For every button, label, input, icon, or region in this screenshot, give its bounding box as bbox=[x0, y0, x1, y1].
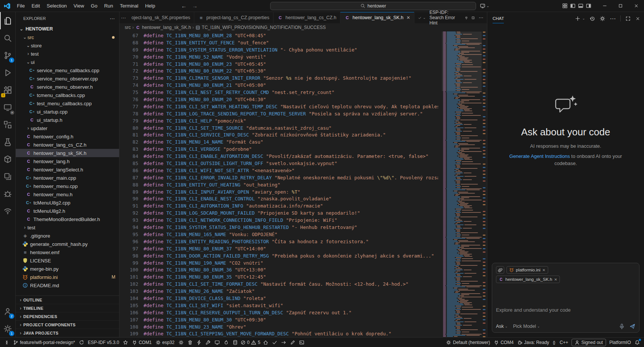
status-bolt[interactable] bbox=[195, 338, 204, 347]
folder-item-updater[interactable]: ›updater bbox=[16, 124, 119, 132]
status-default-hentower-[interactable]: Default (hentower) bbox=[444, 338, 492, 347]
folder-item-src[interactable]: ⌄src bbox=[16, 33, 119, 41]
close-icon[interactable]: ✕ bbox=[407, 15, 410, 20]
file-item-hentower_lang.h[interactable]: Chentower_lang.h bbox=[16, 157, 119, 165]
activity-search-icon[interactable] bbox=[0, 29, 15, 47]
status-arrowr[interactable] bbox=[279, 338, 288, 347]
more-actions-icon[interactable]: ⋯ bbox=[479, 15, 483, 20]
close-icon[interactable]: ✕ bbox=[554, 277, 557, 282]
menu-run[interactable]: Run bbox=[101, 0, 116, 12]
tab-hentower_lang_sk_sk.h[interactable]: Chentower_lang_sk_SK.h✕ bbox=[340, 12, 414, 23]
generate-agent-instructions-link[interactable]: Generate Agent Instructions bbox=[509, 153, 570, 159]
file-item-tcmenuu8g2.cpp[interactable]: C+tcMenuU8g2.cpp bbox=[16, 199, 119, 207]
file-item-service_menu_observer.h[interactable]: Cservice_menu_observer.h bbox=[16, 83, 119, 91]
breadcrumb-item[interactable]: src bbox=[125, 25, 131, 30]
voice-input-icon[interactable] bbox=[619, 323, 625, 329]
file-item-tcmenuu8g2.h[interactable]: CtcMenuU8g2.h bbox=[16, 207, 119, 215]
activity-run-and-debug-icon[interactable] bbox=[0, 64, 15, 81]
forward-icon[interactable]: → bbox=[192, 3, 198, 9]
file-item-merge-bin.py[interactable]: merge-bin.py bbox=[16, 265, 119, 273]
code-content[interactable]: 67#define TC_I18N_MENU_80_ENUM_28 "UTC+0… bbox=[119, 32, 438, 337]
menu-terminal[interactable]: Terminal bbox=[116, 0, 142, 12]
menu-edit[interactable]: Edit bbox=[28, 0, 43, 12]
activity-accounts-icon[interactable]: 2 bbox=[0, 303, 15, 320]
status-gear[interactable] bbox=[177, 338, 186, 347]
file-item-license[interactable]: LICENSE bbox=[16, 256, 119, 265]
activity-settings-icon[interactable]: 1 bbox=[0, 320, 15, 337]
split-editor-icon[interactable] bbox=[472, 15, 475, 21]
chevron-down-icon[interactable]: ⌄ bbox=[423, 16, 426, 20]
activity-testing-icon[interactable] bbox=[0, 133, 15, 150]
back-icon[interactable]: ← bbox=[181, 3, 187, 9]
tab-project-lang_cs_cz.properties[interactable]: ≡project-lang_cs_CZ.properties bbox=[194, 12, 273, 23]
tab-oject-lang_sk_sk.properties[interactable]: oject-lang_sk_SK.properties bbox=[128, 12, 194, 23]
file-item-thememonoborderedbuilder.h[interactable]: CThemeMonoBorderedBuilder.h bbox=[16, 215, 119, 223]
menu-go[interactable]: Go bbox=[88, 0, 101, 12]
activity-extensions-icon[interactable]: ! bbox=[0, 81, 15, 98]
attach-context-button[interactable] bbox=[496, 266, 504, 274]
file-item-hentower_main.cpp[interactable]: C+hentower_main.cpp bbox=[16, 174, 119, 182]
file-item-hentower_menu.cpp[interactable]: C+hentower_menu.cpp bbox=[16, 182, 119, 190]
activity-wireless-icon[interactable] bbox=[0, 202, 15, 220]
file-item-hentower_menu.h[interactable]: Chentower_menu.h bbox=[16, 190, 119, 199]
file-item-tcmenu_callbacks.cpp[interactable]: C+tcmenu_callbacks.cpp bbox=[16, 91, 119, 99]
status-java-ready[interactable]: Java: Ready bbox=[516, 338, 551, 347]
command-center-search[interactable]: hentower bbox=[270, 2, 476, 10]
status-remote[interactable] bbox=[2, 338, 11, 347]
file-item-service_menu_callbacks.cpp[interactable]: C+service_menu_callbacks.cpp bbox=[16, 66, 119, 74]
status-com1[interactable]: COM1 bbox=[130, 338, 154, 347]
status-pencil[interactable] bbox=[288, 338, 297, 347]
workspace-root[interactable]: ⌄ HENTOWER bbox=[16, 25, 119, 33]
send-icon[interactable] bbox=[629, 323, 635, 329]
context-chip-platformio.ini[interactable]: platformio.ini✕ bbox=[506, 266, 548, 274]
file-item-generate_commit_hash.py[interactable]: generate_commit_hash.py bbox=[16, 240, 119, 248]
activity-explorer-icon[interactable] bbox=[0, 12, 15, 29]
menu-file[interactable]: File bbox=[14, 0, 28, 12]
status-monitor[interactable] bbox=[213, 338, 222, 347]
file-item-.gitignore[interactable]: ◈.gitignore bbox=[16, 232, 119, 240]
status-feature-wifi-portal-redesign-[interactable]: feature/wifi-portal-redesign* bbox=[11, 338, 77, 347]
chat-input[interactable]: platformio.ini✕ Chentower_lang_sk_SK.h✕ … bbox=[492, 263, 639, 333]
status-0[interactable]: 0 bbox=[240, 338, 251, 347]
tab-overflow-button[interactable]: ⋯ bbox=[119, 15, 128, 21]
section-timeline[interactable]: ›TIMELINE bbox=[16, 304, 119, 312]
status-5[interactable]: 5 bbox=[250, 338, 261, 347]
breadcrumb-item[interactable]: hentower_lang_sk_SK.h bbox=[142, 25, 191, 30]
chat-model-select[interactable]: Pick Model⌄ bbox=[513, 324, 540, 329]
status-trash[interactable] bbox=[186, 338, 195, 347]
breadcrumb-item[interactable]: TC_I18N_WIFI_PROVISIONING_NOTIFICATION_S… bbox=[202, 25, 326, 30]
tab-hentower_lang_cs_cz.h[interactable]: Chentower_lang_cs_CZ.h bbox=[274, 12, 341, 23]
folder-item-test[interactable]: ›test bbox=[16, 223, 119, 232]
menu-view[interactable]: View bbox=[70, 0, 88, 12]
file-item-ui_startup.h[interactable]: Cui_startup.h bbox=[16, 116, 119, 124]
status-terminal[interactable] bbox=[297, 338, 306, 347]
status-bell[interactable] bbox=[633, 338, 642, 347]
explorer-more-icon[interactable]: ⋯ bbox=[110, 15, 115, 21]
activity-esp-idf-icon[interactable] bbox=[0, 116, 15, 133]
status-signed-out[interactable]: Signed out bbox=[571, 339, 606, 346]
file-item-hentower_lang_cs_cz.h[interactable]: Chentower_lang_cs_CZ.h bbox=[16, 141, 119, 149]
minimap[interactable] bbox=[442, 32, 482, 337]
file-item-hentower.emf[interactable]: ≡hentower.emf bbox=[16, 248, 119, 256]
overview-ruler[interactable] bbox=[482, 32, 487, 337]
activity-bug-tool-icon[interactable] bbox=[0, 185, 15, 202]
status-c-[interactable]: { }C++ bbox=[551, 338, 570, 347]
status-esp-idf-v5-3-0[interactable]: ESP-IDF v5.3.0 bbox=[86, 338, 121, 347]
file-item-platformio.ini[interactable]: platformio.iniM bbox=[16, 273, 119, 281]
status-home[interactable] bbox=[261, 338, 270, 347]
file-item-service_menu_observer.cpp[interactable]: C+service_menu_observer.cpp bbox=[16, 74, 119, 83]
section-java-projects[interactable]: ›JAVA PROJECTS bbox=[16, 329, 119, 337]
file-item-hentower_lang_sk_sk.h[interactable]: Chentower_lang_sk_SK.h bbox=[16, 149, 119, 157]
status-flame[interactable] bbox=[222, 338, 231, 347]
menu-help[interactable]: Help bbox=[142, 0, 159, 12]
section-project-components[interactable]: ›PROJECT COMPONENTS bbox=[16, 321, 119, 329]
activity-containers-icon[interactable] bbox=[0, 168, 15, 185]
status-wrench[interactable] bbox=[204, 338, 213, 347]
file-item-hentower_config.h[interactable]: Chentower_config.h bbox=[16, 132, 119, 141]
close-icon[interactable]: ✕ bbox=[542, 268, 545, 272]
status-esp32[interactable]: esp32 bbox=[154, 338, 177, 347]
status-star[interactable] bbox=[121, 338, 130, 347]
status-com4[interactable]: COM4 bbox=[492, 338, 516, 347]
file-item-hentower_langselect.h[interactable]: Chentower_langSelect.h bbox=[16, 165, 119, 174]
file-item-readme.md[interactable]: README.md bbox=[16, 281, 119, 289]
